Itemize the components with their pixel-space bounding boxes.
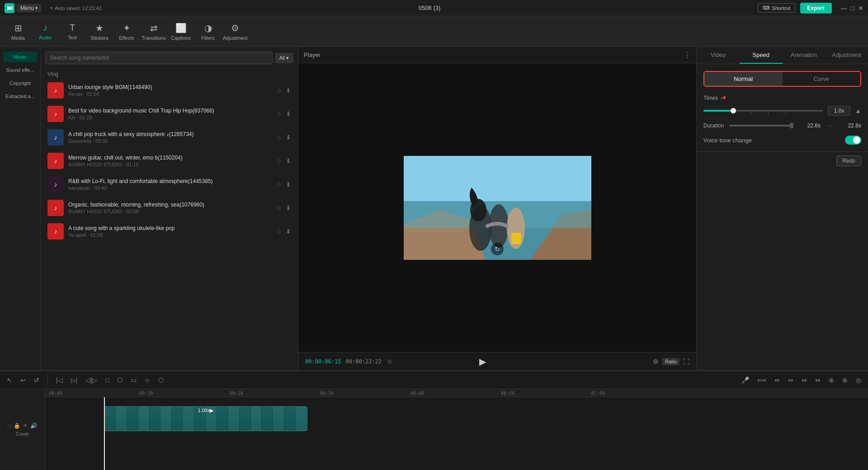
normal-mode-button[interactable]: Normal [704,72,783,86]
player-menu-button[interactable]: ⋮ [684,51,691,59]
speed-value-up[interactable]: ▲ [855,107,861,114]
download-icon[interactable]: ⬇ [286,228,291,235]
favorite-icon[interactable]: ☆ [276,110,282,118]
download-icon[interactable]: ⬇ [286,87,291,94]
tab-speed[interactable]: Speed [740,47,783,64]
undo-tool[interactable]: ↩ [18,375,28,385]
music-actions: ☆ ⬇ [276,134,291,141]
list-item[interactable]: ♪ A cute song with a sparkling ukulele-l… [41,220,298,243]
ratio-button[interactable]: Ratio [662,358,679,365]
list-item[interactable]: ♪ A chill pop truck with a sexy atmosphe… [41,126,298,149]
list-item[interactable]: ♪ R&B with Lo-Fi, light and comfortable … [41,173,298,196]
toggle-dot [853,136,860,144]
favorite-icon[interactable]: ☆ [276,134,282,141]
filters-icon: ◑ [204,23,212,33]
cut-tool[interactable]: ⇔ [813,375,823,385]
link-tool[interactable]: ⟺ [755,375,769,385]
favorite-icon[interactable]: ☆ [276,181,282,188]
play-button[interactable]: ▶ [479,356,486,367]
lock-icon[interactable]: 🔒 [14,423,20,429]
tool-media[interactable]: ⊞ Media [5,18,32,45]
list-item[interactable]: ♪ Best for video background music Chill … [41,102,298,126]
clip-frame [116,407,127,431]
sidebar-item-sound-effects[interactable]: Sound effe... [3,65,37,75]
tool-stickers[interactable]: ★ Stickers [86,18,113,45]
magnetic-tool[interactable]: ⇔ [786,375,796,385]
duration-slider[interactable] [729,125,793,127]
eye-icon[interactable]: 👁 [23,423,28,429]
split-start-tool[interactable]: |◁ [54,375,65,385]
download-icon[interactable]: ⬇ [286,157,291,164]
minimize-button[interactable]: — [841,5,847,12]
more-tool[interactable]: ⬡ [156,375,166,385]
tool-adjustment[interactable]: ⚙ Adjustment [222,18,249,45]
export-button[interactable]: Export [800,3,832,14]
tab-animation[interactable]: Animation [783,47,826,64]
list-item[interactable]: ♪ Organic, fashionable, morning, refresh… [41,196,298,220]
menu-button[interactable]: Menu [17,4,41,12]
list-item[interactable]: ♪ Merrow guitar, chill out, winter, emo … [41,149,298,173]
keyboard-icon: ⌨ [763,5,770,11]
tool-audio[interactable]: ♪ Audio [32,18,59,45]
sidebar-item-extracted[interactable]: Extracted a... [3,91,37,102]
voice-tone-toggle[interactable] [845,136,861,145]
tool-transitions[interactable]: ⇄ Transitions [140,18,167,45]
split-tool[interactable]: ◁|▷ [83,375,99,385]
speed-slider[interactable] [703,110,823,112]
curve-mode-button[interactable]: Curve [783,72,861,86]
ruler-mark: 00:20 [230,391,243,396]
close-button[interactable]: ✕ [858,5,863,12]
microphone-tool[interactable]: 🎤 [739,375,751,385]
redo-tool[interactable]: ↺ [32,375,42,385]
download-icon[interactable]: ⬇ [286,110,291,118]
favorite-icon[interactable]: ☆ [276,204,282,212]
music-title: R&B with Lo-Fi, light and comfortable at… [68,178,272,184]
maximize-button[interactable]: □ [851,5,854,12]
clip-frame [228,407,240,431]
tab-adjustment[interactable]: Adjustment [825,47,868,64]
main-layout: Music Sound effe... Copyright Extracted … [0,47,868,371]
favorite-icon[interactable]: ☆ [276,157,282,164]
download-icon[interactable]: ⬇ [286,181,291,188]
sidebar-item-copyright[interactable]: Copyright [3,78,37,89]
top-bar: Menu Auto saved: 12:21:42 0506 (3) ⌨ Sho… [0,0,868,16]
transitions-icon: ⇄ [150,23,158,33]
music-meta: Gerushida · 03:02 [68,138,272,144]
transform-tool[interactable]: ⊹ [142,375,152,385]
delete-tool[interactable]: □ [103,375,111,385]
music-meta: SUNNY HOOD STUDIO · 01:15 [68,162,272,167]
settings-icon[interactable]: ⚙ [653,358,659,365]
sidebar-item-music[interactable]: Music [3,52,37,62]
freeze-tool[interactable]: ⬡ [115,375,125,385]
tool-text[interactable]: T Text [59,18,86,45]
ruler-mark: 01:00 [591,391,605,396]
music-info: A chill pop truck with a sexy atmosphere… [68,131,272,144]
video-clip[interactable]: 1.00x▶ [104,406,307,431]
trim-tool[interactable]: ⇔ [799,375,809,385]
tab-video[interactable]: Video [697,47,740,64]
download-icon[interactable]: ⬇ [286,134,291,141]
audio-track-icon[interactable]: 🔊 [30,423,37,429]
zoom-in-tool[interactable]: ⊕ [826,375,836,385]
all-tab-button[interactable]: All ▾ [275,53,293,63]
ripple-tool[interactable]: ⇔ [772,375,782,385]
redo-button[interactable]: Redo [836,155,861,166]
tool-effects[interactable]: ✦ Effects [113,18,140,45]
zoom-out-tool[interactable]: ⊕ [840,375,850,385]
shortcut-button[interactable]: ⌨ Shortcut [758,3,796,13]
select-tool[interactable]: ↖ [5,375,14,385]
download-icon[interactable]: ⬇ [286,204,291,212]
favorite-icon[interactable]: ☆ [276,87,282,94]
group-tool[interactable]: ▭ [128,375,139,385]
tool-captions[interactable]: ⬜ Captions [167,18,194,45]
timeline-tracks[interactable]: 00:00 00:10 00:20 00:30 00:40 00:50 01:0… [45,389,868,470]
list-item[interactable]: ♪ Urban lounge style BGM(1148490) Re-lax… [41,79,298,102]
settings-tool[interactable]: ◎ [854,375,863,385]
favorite-icon[interactable]: ☆ [276,228,282,235]
split-end-tool[interactable]: ▷| [69,375,80,385]
search-input[interactable] [45,52,273,64]
tool-filters[interactable]: ◑ Filters [194,18,222,45]
rotation-button[interactable]: ↻ [491,243,504,255]
fullscreen-button[interactable]: ⛶ [683,358,689,365]
music-meta: harrytaoki · 03:40 [68,185,272,191]
